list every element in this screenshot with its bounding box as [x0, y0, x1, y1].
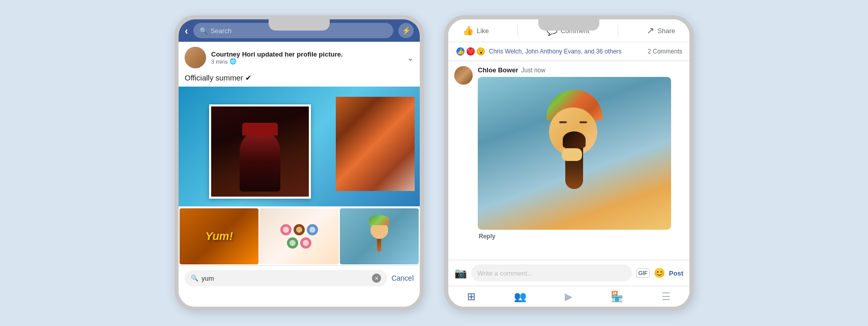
nav-video-icon[interactable]: ▶ — [565, 290, 572, 303]
search-icon-small: 🔍 — [191, 275, 198, 282]
post-text: Officially summer ✔ — [179, 73, 420, 87]
post-author-avatar[interactable] — [185, 47, 206, 68]
kid-icecream — [377, 239, 381, 252]
comment-section: Chloe Bower Just now — [448, 61, 689, 260]
cancel-gif-button[interactable]: Cancel — [391, 274, 414, 282]
globe-icon: 🌐 — [229, 58, 237, 65]
comment-input-bar: 📷 Write a comment... GIF 😊 Post — [448, 260, 689, 286]
clear-search-button[interactable]: ✕ — [372, 274, 381, 283]
right-phone-button-vol-up — [444, 93, 445, 116]
left-phone: ‹ 🔍 Search ⚡ Courtney Hori updated her p… — [175, 15, 424, 311]
post-time: 3 mins 🌐 — [211, 58, 402, 65]
like-label: Like — [477, 27, 489, 35]
reactions-row: 👍 ❤️ 😮 Chris Welch, John Anthony Evans, … — [448, 42, 689, 61]
secondary-profile-photo — [336, 97, 415, 191]
phone-button-vol-down — [175, 121, 176, 144]
reply-link[interactable]: Reply — [478, 233, 683, 240]
nav-menu-icon[interactable]: ☰ — [661, 290, 671, 303]
donut-row-1 — [280, 224, 318, 235]
comment-image[interactable] — [478, 77, 671, 230]
post-card: Courtney Hori updated her profile pictur… — [179, 42, 420, 206]
gif-item-yum[interactable]: Yum! — [180, 208, 258, 264]
kid-figure — [366, 221, 392, 262]
comment-bubble: Chloe Bower Just now — [478, 66, 683, 240]
gif-search-input[interactable]: 🔍 yum ✕ — [185, 270, 387, 286]
commenter-avatar[interactable] — [454, 66, 473, 85]
messenger-icon: ⚡ — [402, 26, 411, 35]
commenter-name[interactable]: Chloe Bower — [478, 66, 518, 74]
comments-count[interactable]: 2 Comments — [648, 48, 682, 55]
donut-pink — [280, 224, 292, 235]
comment-item: Chloe Bower Just now — [454, 66, 683, 240]
nav-people-icon[interactable]: 👥 — [514, 290, 527, 303]
donut-green — [287, 237, 298, 249]
comment-time: Just now — [521, 67, 545, 74]
emoji-button[interactable]: 😊 — [654, 267, 665, 279]
like-reaction-emoji: 👍 — [455, 46, 466, 57]
share-action[interactable]: ↗ Share — [647, 25, 675, 36]
action-divider-1 — [517, 24, 518, 37]
gif-search-area: Yum! — [179, 207, 420, 307]
thumbs-up-icon: 👍 — [462, 25, 474, 36]
nav-marketplace-icon[interactable]: 🏪 — [611, 290, 623, 303]
gif-yum-text: Yum! — [206, 230, 233, 243]
camera-icon[interactable]: 📷 — [454, 267, 467, 279]
donut-row-2 — [287, 237, 311, 249]
donut-choc — [294, 224, 305, 235]
reaction-text[interactable]: Chris Welch, John Anthony Evans, and 36 … — [489, 48, 622, 55]
share-label: Share — [657, 27, 675, 35]
comment-placeholder: Write a comment... — [477, 269, 533, 277]
messenger-button[interactable]: ⚡ — [398, 23, 414, 38]
main-profile-photo — [209, 104, 311, 199]
gif-item-donuts[interactable] — [259, 208, 338, 264]
post-actions-bar: 👍 Like 💬 Comment ↗ Share — [448, 19, 689, 42]
right-phone-button-mute — [444, 70, 445, 86]
back-button[interactable]: ‹ — [185, 25, 188, 37]
search-placeholder: Search — [211, 27, 232, 35]
share-icon: ↗ — [647, 25, 654, 36]
search-query: yum — [201, 275, 214, 282]
post-author-name[interactable]: Courtney Hori updated her profile pictur… — [211, 50, 402, 58]
kid-head — [370, 221, 388, 239]
right-phone: 👍 Like 💬 Comment ↗ Share 👍 — [444, 15, 693, 311]
facebook-topbar: ‹ 🔍 Search ⚡ — [179, 19, 420, 42]
kid-illustration — [534, 90, 615, 217]
gif-item-kid[interactable] — [340, 208, 419, 264]
comment-image-inner — [478, 77, 671, 230]
post-comment-button[interactable]: Post — [669, 269, 683, 277]
post-image-collage[interactable] — [179, 87, 420, 206]
gif-button[interactable]: GIF — [636, 268, 649, 278]
phone-button-power — [423, 101, 424, 131]
right-phone-button-vol-down — [444, 121, 445, 144]
comment-icon: 💬 — [546, 25, 558, 36]
post-meta: Courtney Hori updated her profile pictur… — [211, 50, 402, 65]
gif-search-bottom: 🔍 yum ✕ Cancel — [179, 265, 420, 290]
comment-meta: Chloe Bower Just now — [478, 66, 683, 74]
action-divider-2 — [618, 24, 618, 37]
comment-action[interactable]: 💬 Comment — [546, 25, 589, 36]
right-phone-screen: 👍 Like 💬 Comment ↗ Share 👍 — [448, 19, 689, 307]
donut-blue — [307, 224, 318, 235]
phone-button-mute — [175, 70, 176, 86]
heart-reaction-emoji: ❤️ — [466, 46, 476, 57]
left-phone-screen: ‹ 🔍 Search ⚡ Courtney Hori updated her p… — [179, 19, 420, 307]
reactions-left: 👍 ❤️ 😮 Chris Welch, John Anthony Evans, … — [455, 46, 622, 57]
donut-pink-2 — [300, 237, 311, 249]
search-bar[interactable]: 🔍 Search — [193, 23, 393, 38]
right-phone-button-power — [692, 101, 693, 131]
gif-grid: Yum! — [179, 207, 420, 265]
comment-input[interactable]: Write a comment... — [471, 264, 632, 282]
comment-label: Comment — [561, 27, 589, 35]
nav-home-icon[interactable]: ⊞ — [467, 290, 476, 303]
post-header: Courtney Hori updated her profile pictur… — [179, 42, 420, 73]
reaction-icons: 👍 ❤️ 😮 — [455, 46, 484, 57]
phone-button-vol-up — [175, 93, 176, 116]
bottom-navigation: ⊞ 👥 ▶ 🏪 ☰ — [448, 286, 689, 307]
search-icon: 🔍 — [199, 27, 208, 35]
like-action[interactable]: 👍 Like — [462, 25, 489, 36]
post-options-chevron[interactable]: ⌄ — [407, 53, 414, 63]
kid-hat — [369, 215, 389, 225]
wow-reaction-emoji: 😮 — [476, 46, 486, 57]
